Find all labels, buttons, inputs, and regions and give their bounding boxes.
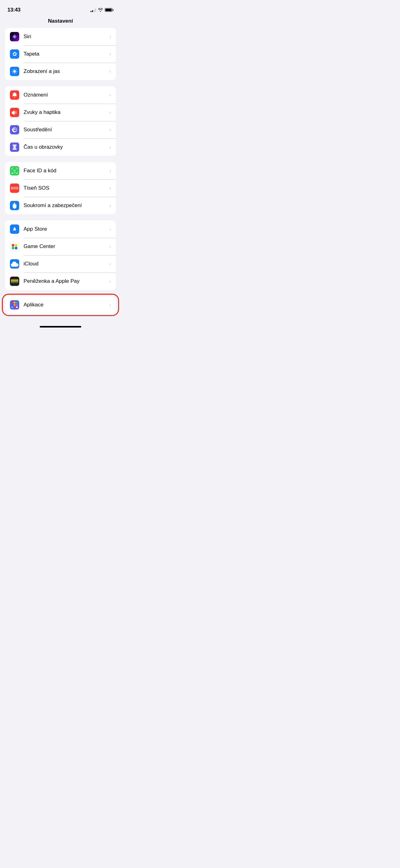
status-icons [91,8,113,12]
screentime-label: Čas u obrazovky [24,144,107,150]
settings-item-aplikace[interactable]: Aplikace › [5,296,116,314]
settings-item-screentime[interactable]: Čas u obrazovky › [5,138,116,156]
aplikace-wrapper: Aplikace › [5,296,116,314]
screentime-chevron: › [109,145,111,150]
settings-item-sounds[interactable]: Zvuky a haptika › [5,104,116,121]
display-chevron: › [109,69,111,74]
settings-group-3: Face ID a kód › SOS Tíseň SOS › Soukromí… [5,162,116,214]
settings-item-gamecenter[interactable]: Game Center › [5,238,116,255]
wallet-label: Peněženka a Apple Pay [24,278,107,284]
siri-label: Siri [24,34,107,40]
settings-item-icloud[interactable]: iCloud › [5,255,116,273]
notifications-label: Oznámení [24,92,107,98]
gamecenter-icon [10,242,19,251]
status-bar: 13:43 [0,0,121,16]
home-bar [40,326,81,328]
svg-point-2 [14,36,15,37]
svg-point-3 [13,70,16,73]
wallpaper-label: Tapeta [24,51,107,57]
settings-item-display[interactable]: Zobrazení a jas › [5,63,116,80]
svg-point-7 [15,247,18,250]
sounds-label: Zvuky a haptika [24,109,107,116]
screentime-icon [10,143,19,152]
appstore-chevron: › [109,227,111,231]
settings-group-aplikace: Aplikace › [5,296,116,314]
focus-icon [10,125,19,134]
gamecenter-chevron: › [109,244,111,249]
appstore-icon [10,224,19,234]
svg-point-5 [15,244,18,247]
wallpaper-chevron: › [109,52,111,57]
icloud-label: iCloud [24,261,107,267]
home-indicator [0,320,121,331]
faceid-icon [10,166,19,176]
sounds-icon [10,108,19,117]
faceid-chevron: › [109,168,111,173]
wallet-icon [10,277,19,286]
settings-item-siri[interactable]: Siri › [5,28,116,45]
siri-icon [10,32,19,41]
sos-chevron: › [109,186,111,191]
battery-icon [105,8,113,12]
sounds-chevron: › [109,110,111,115]
aplikace-chevron: › [109,302,111,307]
faceid-label: Face ID a kód [24,168,107,174]
svg-point-4 [12,244,14,247]
wallpaper-icon: ✿ [10,49,19,59]
sos-icon: SOS [10,183,19,193]
aplikace-icon [10,300,19,310]
settings-item-wallpaper[interactable]: ✿ Tapeta › [5,45,116,63]
privacy-chevron: › [109,203,111,208]
settings-item-notifications[interactable]: Oznámení › [5,86,116,104]
privacy-icon [10,201,19,210]
notifications-icon [10,90,19,100]
wallet-chevron: › [109,279,111,284]
sos-label: Tíseň SOS [24,185,107,191]
display-icon [10,67,19,76]
settings-item-privacy[interactable]: Soukromí a zabezpečení › [5,197,116,214]
siri-chevron: › [109,34,111,39]
settings-item-appstore[interactable]: App Store › [5,220,116,238]
display-label: Zobrazení a jas [24,68,107,74]
settings-group-4: App Store › Game Center › iCloud › [5,220,116,290]
signal-icon [91,8,96,12]
settings-item-focus[interactable]: Soustředění › [5,121,116,138]
page-title: Nastavení [0,16,121,28]
aplikace-label: Aplikace [24,302,107,308]
wifi-icon [98,8,103,12]
status-time: 13:43 [7,7,21,13]
settings-item-wallet[interactable]: Peněženka a Apple Pay › [5,273,116,290]
notifications-chevron: › [109,93,111,97]
settings-group-2: Oznámení › Zvuky a haptika › Soustředění [5,86,116,156]
icloud-chevron: › [109,261,111,266]
settings-group-1: Siri › ✿ Tapeta › Zobrazení a jas › [5,28,116,80]
focus-label: Soustředění [24,127,107,133]
appstore-label: App Store [24,226,107,232]
settings-item-faceid[interactable]: Face ID a kód › [5,162,116,180]
gamecenter-label: Game Center [24,243,107,250]
settings-item-sos[interactable]: SOS Tíseň SOS › [5,180,116,197]
svg-point-6 [12,247,14,250]
icloud-icon [10,259,19,269]
focus-chevron: › [109,127,111,132]
privacy-label: Soukromí a zabezpečení [24,203,107,209]
